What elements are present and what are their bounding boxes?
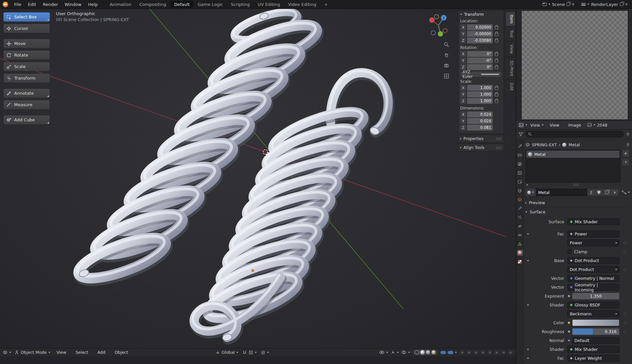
props-tab-world[interactable] (517, 187, 523, 194)
lock-icon[interactable] (494, 25, 498, 30)
lock-icon[interactable] (494, 32, 498, 36)
menu-window[interactable]: Window (62, 1, 84, 8)
gizmo-y-neg-axis[interactable] (434, 15, 439, 19)
scene-copy-icon[interactable] (566, 3, 570, 6)
lock-icon[interactable] (494, 99, 498, 103)
3d-viewport-canvas[interactable] (0, 9, 516, 356)
tool-rotate[interactable]: Rotate (3, 50, 50, 60)
rotation-x-field[interactable]: 0° (467, 51, 493, 57)
slot-specials-button[interactable] (622, 158, 629, 166)
props-tab-object[interactable] (517, 196, 523, 203)
scene-unlink-icon[interactable]: × (571, 2, 575, 6)
renderlayer-copy-icon[interactable] (620, 3, 623, 6)
pin-icon[interactable] (626, 143, 630, 147)
camera-view-icon[interactable] (444, 63, 449, 68)
tool-select-box[interactable]: Select Box (3, 12, 50, 22)
preview-section-header[interactable]: Preview (525, 198, 630, 207)
lock-icon[interactable] (494, 52, 498, 56)
location-y-field[interactable]: -0.00000 (467, 31, 493, 37)
chevron-down-icon[interactable] (548, 4, 550, 5)
properties-search-input[interactable] (525, 131, 624, 137)
surface-section-header[interactable]: Surface (525, 207, 630, 216)
expand-icon[interactable] (527, 184, 528, 186)
pass-toggle-icon[interactable]: × (460, 350, 465, 355)
surface-shader-field[interactable]: Mix Shader (567, 218, 619, 225)
pass-toggle-icon[interactable]: × (508, 350, 513, 355)
dimensions-x-field[interactable]: 0.024 (467, 111, 493, 117)
grid-ortho-icon[interactable] (444, 73, 449, 79)
props-tab-modifiers[interactable] (517, 205, 523, 211)
add-workspace-tab[interactable]: + (321, 1, 331, 8)
shader1-field[interactable]: Glossy BSDF (567, 302, 619, 308)
tab-uv-editing[interactable]: UV Editing (254, 1, 284, 8)
props-tab-tool[interactable] (517, 143, 523, 149)
props-tab-output[interactable] (517, 161, 523, 167)
sidebar-tab-edit[interactable]: Edit (506, 80, 515, 93)
renderlayer-selector[interactable]: RenderLayer (591, 2, 618, 7)
pass-toggle-icon[interactable]: × (480, 350, 486, 355)
tool-move[interactable]: Move (3, 39, 50, 48)
sidebar-tab-3d-print[interactable]: 3D-Print (506, 57, 515, 79)
distribution-dropdown[interactable]: Beckmann (567, 310, 619, 317)
gizmo-y-axis[interactable] (438, 31, 443, 36)
zoom-icon[interactable] (444, 42, 449, 47)
props-tab-particles[interactable] (517, 214, 523, 220)
normal-field[interactable]: Default (572, 337, 619, 344)
gizmo-x-neg-axis[interactable] (443, 29, 447, 33)
sidebar-tab-view[interactable]: View (506, 41, 515, 57)
material-browse-button[interactable] (525, 189, 536, 196)
image-datablock-selector[interactable]: 2048 (587, 123, 608, 128)
tab-video-editing[interactable]: Video Editing (284, 1, 320, 8)
align-tools-collapsed-panel[interactable]: Align Tools (458, 144, 504, 152)
shading-material-icon[interactable] (426, 350, 430, 354)
tool-transform[interactable]: Transform (3, 73, 50, 83)
pin-icon[interactable] (626, 132, 630, 136)
vector-math-dropdown[interactable]: Dot Product (567, 266, 619, 273)
lock-icon[interactable] (494, 38, 498, 43)
properties-collapsed-panel[interactable]: Properties (458, 135, 504, 143)
gizmo-x-axis[interactable] (429, 17, 434, 23)
collapse-icon[interactable] (527, 349, 529, 350)
navigation-gizmo[interactable]: Z (423, 10, 454, 41)
lock-icon[interactable] (494, 85, 498, 90)
color-swatch[interactable] (572, 319, 619, 326)
scale-z-field[interactable]: 1.000 (467, 98, 493, 104)
menu-render[interactable]: Render (40, 1, 61, 8)
exponent-number-field[interactable]: 1.350 (572, 293, 619, 300)
image-mode-dropdown[interactable]: View (530, 123, 544, 128)
dimensions-z-field[interactable]: 0.081 (467, 125, 493, 131)
visibility-dropdown[interactable] (379, 350, 388, 354)
xray-toggle-group[interactable] (440, 351, 457, 354)
viewport-menu-add[interactable]: Add (94, 349, 108, 356)
tool-scale[interactable]: Scale (3, 62, 50, 71)
base-node-field[interactable]: Dot Product (567, 257, 619, 264)
lock-icon[interactable] (494, 58, 498, 63)
checkbox-icon[interactable] (567, 250, 572, 254)
shader2-field[interactable]: Mix Shader (567, 346, 619, 353)
proportional-edit-dropdown[interactable] (261, 350, 269, 355)
material-slot-item[interactable]: Metal (526, 151, 619, 158)
panel-drag-grip[interactable] (496, 146, 502, 149)
lock-icon[interactable] (494, 92, 498, 97)
toggle-pill[interactable] (440, 351, 446, 354)
pass-toggle-icon[interactable]: × (466, 350, 472, 355)
chevron-down-icon[interactable] (587, 4, 589, 5)
image-menu-view[interactable]: View (547, 122, 563, 129)
props-tab-physics[interactable] (517, 223, 523, 229)
unlink-material-button[interactable]: × (611, 189, 619, 196)
material-slot-list[interactable]: Metal (525, 150, 620, 182)
props-tab-texture[interactable] (517, 258, 523, 265)
location-x-field[interactable]: 0.02000 (467, 24, 493, 30)
pass-toggle-icon[interactable]: × (501, 350, 506, 355)
tab-scripting[interactable]: Scripting (227, 1, 253, 8)
viewport-menu-object[interactable]: Object (112, 349, 131, 356)
tool-add-cube[interactable]: Add Cube (3, 115, 50, 125)
material-users-button[interactable]: 2 (587, 189, 595, 196)
fac2-field[interactable]: Layer Weight (567, 355, 619, 362)
mode-selector[interactable]: Object Mode (14, 350, 50, 355)
menu-help[interactable]: Help (85, 1, 101, 8)
lock-icon[interactable] (494, 65, 498, 69)
tab-game-logic[interactable]: Game Logic (194, 1, 226, 8)
tool-cursor[interactable]: Cursor (3, 24, 50, 33)
editor-type-selector[interactable] (3, 350, 11, 355)
